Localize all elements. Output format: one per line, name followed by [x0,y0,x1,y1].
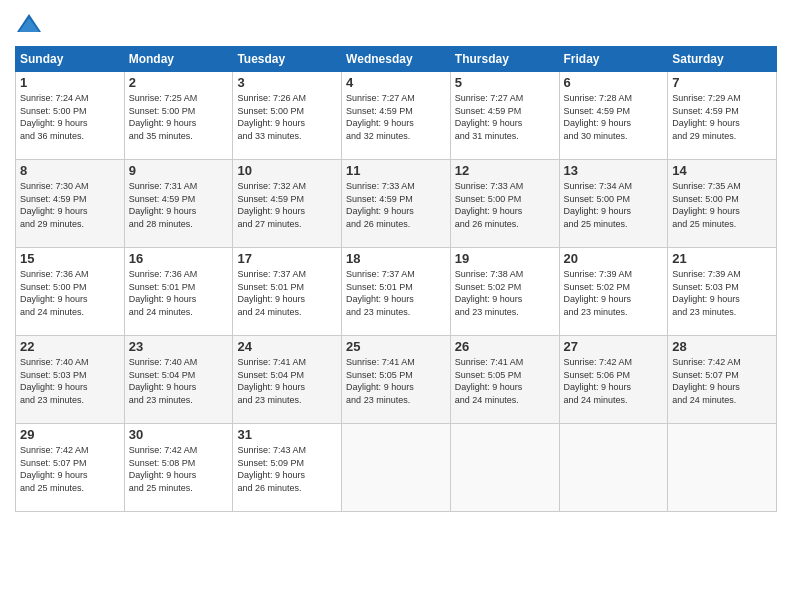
day-info: Sunrise: 7:39 AM Sunset: 5:03 PM Dayligh… [672,268,772,318]
day-number: 12 [455,163,555,178]
weekday-header: Tuesday [233,47,342,72]
day-number: 31 [237,427,337,442]
calendar-cell: 31Sunrise: 7:43 AM Sunset: 5:09 PM Dayli… [233,424,342,512]
day-info: Sunrise: 7:42 AM Sunset: 5:07 PM Dayligh… [20,444,120,494]
calendar-cell: 10Sunrise: 7:32 AM Sunset: 4:59 PM Dayli… [233,160,342,248]
calendar-cell: 4Sunrise: 7:27 AM Sunset: 4:59 PM Daylig… [342,72,451,160]
calendar-cell: 21Sunrise: 7:39 AM Sunset: 5:03 PM Dayli… [668,248,777,336]
day-number: 6 [564,75,664,90]
day-info: Sunrise: 7:41 AM Sunset: 5:04 PM Dayligh… [237,356,337,406]
calendar-cell [342,424,451,512]
calendar-week-row: 22Sunrise: 7:40 AM Sunset: 5:03 PM Dayli… [16,336,777,424]
calendar-cell: 15Sunrise: 7:36 AM Sunset: 5:00 PM Dayli… [16,248,125,336]
logo-icon [15,10,43,38]
calendar-cell: 14Sunrise: 7:35 AM Sunset: 5:00 PM Dayli… [668,160,777,248]
day-number: 13 [564,163,664,178]
calendar-week-row: 29Sunrise: 7:42 AM Sunset: 5:07 PM Dayli… [16,424,777,512]
calendar-cell: 11Sunrise: 7:33 AM Sunset: 4:59 PM Dayli… [342,160,451,248]
day-number: 19 [455,251,555,266]
day-info: Sunrise: 7:25 AM Sunset: 5:00 PM Dayligh… [129,92,229,142]
day-info: Sunrise: 7:29 AM Sunset: 4:59 PM Dayligh… [672,92,772,142]
calendar-cell: 29Sunrise: 7:42 AM Sunset: 5:07 PM Dayli… [16,424,125,512]
day-number: 3 [237,75,337,90]
day-number: 16 [129,251,229,266]
day-number: 9 [129,163,229,178]
day-info: Sunrise: 7:41 AM Sunset: 5:05 PM Dayligh… [455,356,555,406]
calendar-cell: 3Sunrise: 7:26 AM Sunset: 5:00 PM Daylig… [233,72,342,160]
calendar-cell: 27Sunrise: 7:42 AM Sunset: 5:06 PM Dayli… [559,336,668,424]
day-info: Sunrise: 7:37 AM Sunset: 5:01 PM Dayligh… [237,268,337,318]
day-info: Sunrise: 7:38 AM Sunset: 5:02 PM Dayligh… [455,268,555,318]
day-number: 11 [346,163,446,178]
day-number: 20 [564,251,664,266]
day-number: 26 [455,339,555,354]
day-info: Sunrise: 7:24 AM Sunset: 5:00 PM Dayligh… [20,92,120,142]
weekday-header: Wednesday [342,47,451,72]
day-info: Sunrise: 7:27 AM Sunset: 4:59 PM Dayligh… [455,92,555,142]
calendar-week-row: 8Sunrise: 7:30 AM Sunset: 4:59 PM Daylig… [16,160,777,248]
calendar-cell [668,424,777,512]
day-info: Sunrise: 7:39 AM Sunset: 5:02 PM Dayligh… [564,268,664,318]
day-info: Sunrise: 7:31 AM Sunset: 4:59 PM Dayligh… [129,180,229,230]
day-info: Sunrise: 7:37 AM Sunset: 5:01 PM Dayligh… [346,268,446,318]
weekday-header: Saturday [668,47,777,72]
calendar-cell: 12Sunrise: 7:33 AM Sunset: 5:00 PM Dayli… [450,160,559,248]
logo [15,10,47,38]
day-info: Sunrise: 7:40 AM Sunset: 5:03 PM Dayligh… [20,356,120,406]
day-info: Sunrise: 7:28 AM Sunset: 4:59 PM Dayligh… [564,92,664,142]
day-number: 25 [346,339,446,354]
day-number: 27 [564,339,664,354]
calendar-cell: 1Sunrise: 7:24 AM Sunset: 5:00 PM Daylig… [16,72,125,160]
day-number: 7 [672,75,772,90]
calendar-cell: 23Sunrise: 7:40 AM Sunset: 5:04 PM Dayli… [124,336,233,424]
calendar-cell [559,424,668,512]
day-number: 1 [20,75,120,90]
weekday-header-row: SundayMondayTuesdayWednesdayThursdayFrid… [16,47,777,72]
day-info: Sunrise: 7:35 AM Sunset: 5:00 PM Dayligh… [672,180,772,230]
calendar-cell: 13Sunrise: 7:34 AM Sunset: 5:00 PM Dayli… [559,160,668,248]
day-info: Sunrise: 7:32 AM Sunset: 4:59 PM Dayligh… [237,180,337,230]
day-number: 17 [237,251,337,266]
calendar-cell: 9Sunrise: 7:31 AM Sunset: 4:59 PM Daylig… [124,160,233,248]
calendar-cell: 17Sunrise: 7:37 AM Sunset: 5:01 PM Dayli… [233,248,342,336]
day-info: Sunrise: 7:41 AM Sunset: 5:05 PM Dayligh… [346,356,446,406]
weekday-header: Friday [559,47,668,72]
day-number: 22 [20,339,120,354]
day-number: 15 [20,251,120,266]
day-info: Sunrise: 7:33 AM Sunset: 4:59 PM Dayligh… [346,180,446,230]
day-number: 28 [672,339,772,354]
calendar-cell: 16Sunrise: 7:36 AM Sunset: 5:01 PM Dayli… [124,248,233,336]
day-number: 14 [672,163,772,178]
weekday-header: Thursday [450,47,559,72]
day-number: 8 [20,163,120,178]
day-info: Sunrise: 7:36 AM Sunset: 5:01 PM Dayligh… [129,268,229,318]
calendar-cell [450,424,559,512]
calendar-cell: 24Sunrise: 7:41 AM Sunset: 5:04 PM Dayli… [233,336,342,424]
weekday-header: Monday [124,47,233,72]
calendar-cell: 2Sunrise: 7:25 AM Sunset: 5:00 PM Daylig… [124,72,233,160]
day-number: 18 [346,251,446,266]
day-number: 29 [20,427,120,442]
day-info: Sunrise: 7:43 AM Sunset: 5:09 PM Dayligh… [237,444,337,494]
weekday-header: Sunday [16,47,125,72]
day-info: Sunrise: 7:34 AM Sunset: 5:00 PM Dayligh… [564,180,664,230]
day-number: 4 [346,75,446,90]
day-info: Sunrise: 7:26 AM Sunset: 5:00 PM Dayligh… [237,92,337,142]
calendar-cell: 5Sunrise: 7:27 AM Sunset: 4:59 PM Daylig… [450,72,559,160]
calendar-week-row: 15Sunrise: 7:36 AM Sunset: 5:00 PM Dayli… [16,248,777,336]
day-number: 23 [129,339,229,354]
day-info: Sunrise: 7:27 AM Sunset: 4:59 PM Dayligh… [346,92,446,142]
header [15,10,777,38]
calendar-table: SundayMondayTuesdayWednesdayThursdayFrid… [15,46,777,512]
calendar-cell: 30Sunrise: 7:42 AM Sunset: 5:08 PM Dayli… [124,424,233,512]
day-number: 21 [672,251,772,266]
calendar-cell: 19Sunrise: 7:38 AM Sunset: 5:02 PM Dayli… [450,248,559,336]
day-number: 30 [129,427,229,442]
day-info: Sunrise: 7:40 AM Sunset: 5:04 PM Dayligh… [129,356,229,406]
day-info: Sunrise: 7:42 AM Sunset: 5:08 PM Dayligh… [129,444,229,494]
day-info: Sunrise: 7:30 AM Sunset: 4:59 PM Dayligh… [20,180,120,230]
page: SundayMondayTuesdayWednesdayThursdayFrid… [0,0,792,612]
calendar-cell: 26Sunrise: 7:41 AM Sunset: 5:05 PM Dayli… [450,336,559,424]
calendar-cell: 28Sunrise: 7:42 AM Sunset: 5:07 PM Dayli… [668,336,777,424]
day-number: 2 [129,75,229,90]
